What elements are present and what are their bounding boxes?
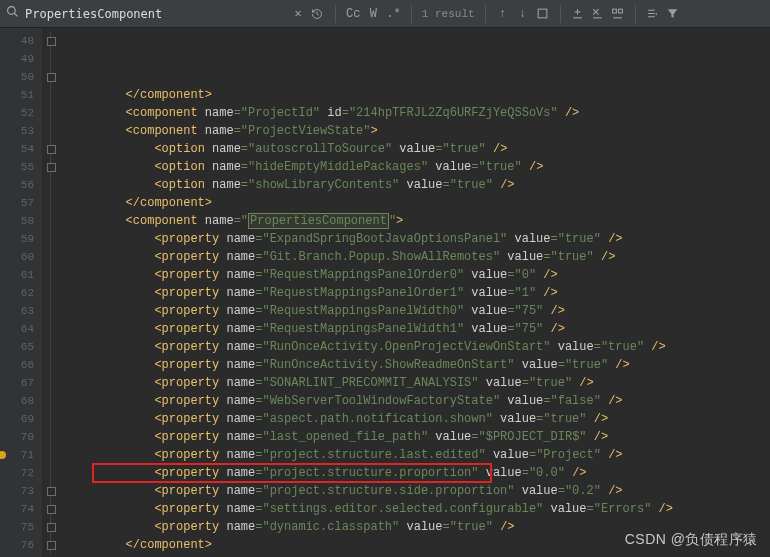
close-icon[interactable]: ✕	[291, 6, 305, 21]
code-line: <property name="Git.Branch.Popup.ShowAll…	[68, 248, 770, 266]
line-number: 53	[0, 122, 42, 140]
fold-cell	[50, 374, 62, 392]
line-number: 72	[0, 464, 42, 482]
fold-cell	[50, 446, 62, 464]
filter-icon[interactable]	[666, 7, 680, 20]
breakpoint-icon[interactable]	[0, 451, 6, 459]
code-line: <property name="ExpandSpringBootJavaOpti…	[68, 230, 770, 248]
fold-cell	[50, 248, 62, 266]
line-number: 71	[0, 446, 42, 464]
prev-match-icon[interactable]: ↑	[496, 7, 510, 21]
line-number: 65	[0, 338, 42, 356]
line-number: 68	[0, 392, 42, 410]
line-number: 56	[0, 176, 42, 194]
fold-cell	[50, 428, 62, 446]
code-line: </component>	[68, 194, 770, 212]
line-number: 73	[0, 482, 42, 500]
fold-cell	[50, 266, 62, 284]
fold-cell	[50, 176, 62, 194]
line-number: 58	[0, 212, 42, 230]
line-number: 55	[0, 158, 42, 176]
code-line: <property name="RequestMappingsPanelWidt…	[68, 320, 770, 338]
code-line: <option name="autoscrollToSource" value=…	[68, 140, 770, 158]
add-selection-icon[interactable]	[571, 7, 585, 20]
line-number: 66	[0, 356, 42, 374]
line-number: 70	[0, 428, 42, 446]
editor[interactable]: 4849505152535455565758596061626364656667…	[0, 28, 770, 557]
fold-cell[interactable]	[50, 536, 62, 554]
svg-rect-9	[612, 9, 616, 13]
fold-cell[interactable]	[50, 500, 62, 518]
fold-cell[interactable]	[50, 482, 62, 500]
separator	[411, 5, 412, 23]
fold-cell[interactable]	[50, 32, 62, 50]
fold-cell	[50, 104, 62, 122]
code-line: <property name="RequestMappingsPanelOrde…	[68, 284, 770, 302]
line-number: 54	[0, 140, 42, 158]
match-case-toggle[interactable]: Cc	[346, 7, 360, 21]
code-line: <property name="RunOnceActivity.OpenProj…	[68, 338, 770, 356]
code-line: <property name="aspect.path.notification…	[68, 410, 770, 428]
separator	[635, 5, 636, 23]
results-count: 1 result	[422, 8, 475, 20]
fold-cell[interactable]	[50, 518, 62, 536]
code-line: <option name="showLibraryContents" value…	[68, 176, 770, 194]
select-all-icon[interactable]	[536, 7, 550, 20]
code-line: <property name="WebServerToolWindowFacto…	[68, 392, 770, 410]
remove-selection-icon[interactable]	[591, 7, 605, 20]
code-line: <property name="RequestMappingsPanelWidt…	[68, 302, 770, 320]
fold-cell[interactable]	[50, 140, 62, 158]
next-match-icon[interactable]: ↓	[516, 7, 530, 21]
svg-rect-10	[618, 9, 622, 13]
line-number: 48	[0, 32, 42, 50]
code-line: <property name="RequestMappingsPanelOrde…	[68, 266, 770, 284]
fold-cell	[50, 392, 62, 410]
find-toolbar: ✕ Cc W .* 1 result ↑ ↓	[0, 0, 770, 28]
fold-cell	[50, 356, 62, 374]
line-number: 59	[0, 230, 42, 248]
line-number: 67	[0, 374, 42, 392]
fold-cell	[50, 302, 62, 320]
svg-rect-2	[538, 9, 547, 18]
code-line: <component name="ProjectId" id="214hpTFR…	[68, 104, 770, 122]
code-line: </component>	[68, 86, 770, 104]
fold-cell	[50, 230, 62, 248]
fold-cell[interactable]	[50, 158, 62, 176]
code-line: </component>	[68, 536, 770, 554]
line-number: 64	[0, 320, 42, 338]
fold-cell[interactable]	[50, 68, 62, 86]
regex-toggle[interactable]: .*	[386, 7, 400, 21]
history-icon[interactable]	[311, 8, 325, 20]
line-number: 50	[0, 68, 42, 86]
code-line: <property name="RunOnceActivity.ShowRead…	[68, 356, 770, 374]
line-number-gutter: 4849505152535455565758596061626364656667…	[0, 28, 42, 557]
line-number: 51	[0, 86, 42, 104]
fold-cell	[50, 320, 62, 338]
code-line: <property name="dynamic.classpath" value…	[68, 518, 770, 536]
select-all-occurrences-icon[interactable]	[611, 7, 625, 20]
whole-word-toggle[interactable]: W	[366, 7, 380, 21]
code-line: <property name="project.structure.propor…	[68, 464, 770, 482]
search-input[interactable]	[25, 7, 285, 21]
separator	[485, 5, 486, 23]
line-number: 69	[0, 410, 42, 428]
code-line: <component name="ProjectViewState">	[68, 122, 770, 140]
more-options-icon[interactable]	[646, 7, 660, 20]
separator	[335, 5, 336, 23]
line-number: 62	[0, 284, 42, 302]
svg-line-1	[14, 13, 17, 16]
fold-cell	[50, 50, 62, 68]
separator	[560, 5, 561, 23]
code-line: <property name="settings.editor.selected…	[68, 500, 770, 518]
fold-cell	[50, 86, 62, 104]
code-line: <option name="hideEmptyMiddlePackages" v…	[68, 158, 770, 176]
code-area[interactable]: </component> <component name="ProjectId"…	[62, 28, 770, 557]
fold-cell	[50, 194, 62, 212]
fold-cell	[50, 212, 62, 230]
search-icon	[6, 5, 19, 22]
fold-cell	[50, 410, 62, 428]
fold-cell	[50, 464, 62, 482]
line-number: 74	[0, 500, 42, 518]
line-number: 76	[0, 536, 42, 554]
fold-cell	[50, 122, 62, 140]
